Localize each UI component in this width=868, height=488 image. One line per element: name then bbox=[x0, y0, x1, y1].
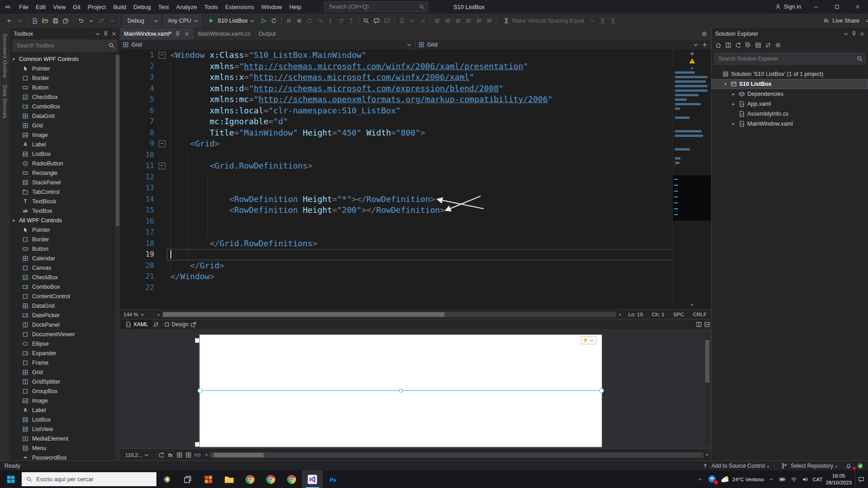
design-view-tab[interactable]: Design bbox=[160, 319, 200, 329]
editor-horizontal-scrollbar[interactable]: ◄ ► bbox=[155, 310, 624, 319]
toolbox-item-dockpanel[interactable]: DockPanel bbox=[10, 320, 115, 329]
toolbox-item-pointer[interactable]: Pointer bbox=[10, 225, 115, 235]
toolbox-item-combobox[interactable]: ComboBox bbox=[10, 102, 115, 111]
snap-to-snaplines-icon[interactable] bbox=[193, 451, 202, 459]
line-ending-indicator[interactable]: CRLF bbox=[689, 310, 711, 319]
chrome-icon[interactable] bbox=[240, 470, 260, 488]
step-into-icon[interactable] bbox=[326, 16, 335, 26]
breakpoint-margin[interactable] bbox=[120, 271, 126, 282]
toolbox-item-tabcontrol[interactable]: TabControl bbox=[10, 187, 115, 197]
code-line-12[interactable]: 12 bbox=[120, 172, 673, 183]
toolbox-item-menu[interactable]: Menu bbox=[10, 443, 115, 453]
tray-overflow-button[interactable] bbox=[767, 475, 775, 483]
hidden-icons-button[interactable] bbox=[696, 475, 704, 483]
tree-item-app-xaml[interactable]: ▸App.xaml bbox=[712, 99, 868, 109]
xaml-code[interactable]: 1−<Window x:Class="S10_ListBox.MainWindo… bbox=[120, 50, 673, 309]
close-button[interactable] bbox=[847, 0, 868, 14]
breakpoint-margin[interactable] bbox=[120, 249, 126, 260]
document-health-warning-icon[interactable] bbox=[689, 58, 695, 64]
document-tab-mainwindow-xaml[interactable]: MainWindow.xaml* bbox=[120, 28, 194, 40]
toggle-bookmark-icon[interactable] bbox=[397, 16, 407, 26]
editor-zoom-dropdown[interactable]: 144 % bbox=[120, 310, 155, 319]
search-highlights-icon[interactable] bbox=[156, 470, 177, 488]
decrease-vertical-spacing-icon[interactable] bbox=[608, 16, 618, 26]
toolbox-item-grid[interactable]: Grid bbox=[10, 367, 115, 377]
code-line-8[interactable]: 8 Title="MainWindow" Height="450" Width=… bbox=[120, 127, 673, 139]
menu-analyze[interactable]: Analyze bbox=[172, 0, 200, 14]
toolbox-item-listview[interactable]: ListView bbox=[10, 424, 115, 434]
horizontal-split-toggle-icon[interactable] bbox=[703, 320, 711, 328]
swap-panes-icon[interactable] bbox=[152, 320, 160, 328]
tree-item-solution-s10-listbox-1-of-1-project[interactable]: Solution 'S10 ListBox' (1 of 1 project) bbox=[712, 69, 868, 79]
document-well-options-icon[interactable] bbox=[700, 30, 708, 38]
effects-toggle-icon[interactable]: fx bbox=[166, 451, 175, 459]
scroll-left-icon[interactable]: ◄ bbox=[203, 453, 210, 457]
add-to-source-control-button[interactable]: Add to Source Control ▴ bbox=[698, 461, 773, 471]
breakpoint-margin[interactable] bbox=[120, 172, 126, 183]
redo-icon[interactable] bbox=[97, 16, 107, 26]
menu-project[interactable]: Project bbox=[84, 0, 109, 14]
toolbox-item-expander[interactable]: Expander bbox=[10, 348, 115, 358]
breakpoint-margin[interactable] bbox=[120, 160, 126, 172]
find-in-files-icon[interactable] bbox=[361, 16, 371, 26]
menu-debug[interactable]: Debug bbox=[130, 0, 154, 14]
breadcrumb-right[interactable]: Grid bbox=[415, 40, 711, 50]
code-line-11[interactable]: 11− <Grid.RowDefinitions> bbox=[120, 160, 673, 172]
toolbox-menu-icon[interactable] bbox=[94, 30, 102, 38]
toolbox-item-listbox[interactable]: ListBox bbox=[10, 415, 115, 424]
code-line-19[interactable]: 19 bbox=[120, 249, 673, 260]
toolbox-item-stackpanel[interactable]: StackPanel bbox=[10, 178, 115, 187]
breakpoint-margin[interactable] bbox=[120, 116, 126, 127]
menu-extensions[interactable]: Extensions bbox=[222, 0, 258, 14]
solution-platforms-dropdown[interactable]: Any CPU bbox=[164, 15, 201, 27]
toolbox-item-canvas[interactable]: Canvas bbox=[10, 263, 115, 272]
align-bottoms-icon[interactable] bbox=[485, 16, 495, 26]
menu-view[interactable]: View bbox=[49, 0, 69, 14]
indentation-indicator[interactable]: SPC bbox=[669, 310, 689, 319]
xaml-view-tab[interactable]: XAML bbox=[122, 319, 152, 329]
toolbox-item-label[interactable]: ALabel bbox=[10, 140, 115, 149]
photoshop-icon[interactable]: Ps bbox=[323, 470, 344, 488]
toolbox-item-passwordbox[interactable]: ••PasswordBox bbox=[10, 453, 115, 460]
tree-item-assemblyinfo-cs[interactable]: C#AssemblyInfo.cs bbox=[712, 109, 868, 119]
toolbox-item-image[interactable]: Image bbox=[10, 396, 115, 405]
breakpoint-margin[interactable] bbox=[120, 183, 126, 194]
weather-widget[interactable]: 24°C Ventoso bbox=[720, 474, 764, 484]
align-rights-icon[interactable] bbox=[453, 16, 463, 26]
live-share-button[interactable]: Live Share bbox=[820, 15, 862, 26]
previous-bookmark-icon[interactable] bbox=[407, 16, 417, 26]
solution-explorer-properties-icon[interactable] bbox=[774, 41, 782, 49]
align-middles-icon[interactable] bbox=[474, 16, 484, 26]
menu-window[interactable]: Window bbox=[258, 0, 286, 14]
restart-debugging-icon[interactable] bbox=[305, 16, 315, 26]
start-debugging-button[interactable]: S10 ListBox bbox=[204, 15, 256, 26]
save-icon[interactable] bbox=[51, 16, 61, 26]
code-line-20[interactable]: 20 </Grid> bbox=[120, 260, 673, 272]
background-tasks-check-icon[interactable] bbox=[856, 462, 864, 470]
battery-icon[interactable] bbox=[778, 475, 787, 483]
scroll-down-icon[interactable]: ▼ bbox=[673, 303, 711, 307]
breakpoint-margin[interactable] bbox=[120, 94, 126, 105]
breakpoint-margin[interactable] bbox=[120, 227, 126, 238]
toolbox-item-textbox[interactable]: abTextBox bbox=[10, 206, 115, 216]
chrome-profile-2-icon[interactable] bbox=[281, 470, 302, 488]
quick-actions-lightbulb[interactable] bbox=[581, 336, 596, 344]
breakpoint-margin[interactable] bbox=[120, 282, 126, 294]
close-icon[interactable] bbox=[110, 30, 118, 38]
expander-icon[interactable]: ▾ bbox=[722, 82, 728, 86]
editor-minimap-scrollbar[interactable]: ▲ ▼ bbox=[672, 50, 711, 309]
new-file-icon[interactable] bbox=[30, 16, 40, 26]
breakpoint-margin[interactable] bbox=[120, 61, 126, 72]
code-line-2[interactable]: 2 xmlns="http://schemas.microsoft.com/wi… bbox=[120, 61, 673, 72]
nav-back-icon[interactable] bbox=[5, 16, 14, 26]
menu-edit[interactable]: Edit bbox=[32, 0, 49, 14]
toolbox-item-rectangle[interactable]: Rectangle bbox=[10, 168, 115, 178]
popout-icon[interactable] bbox=[190, 321, 197, 328]
design-surface[interactable] bbox=[120, 329, 711, 448]
network-icon[interactable] bbox=[790, 475, 798, 483]
toolbox-item-groupbox[interactable]: GroupBox bbox=[10, 386, 115, 396]
pin-icon[interactable] bbox=[175, 31, 181, 37]
comment-out-icon[interactable] bbox=[372, 16, 382, 26]
expander-icon[interactable]: ▸ bbox=[731, 122, 736, 126]
clock[interactable]: 16:05 28/10/2023 bbox=[826, 473, 852, 486]
